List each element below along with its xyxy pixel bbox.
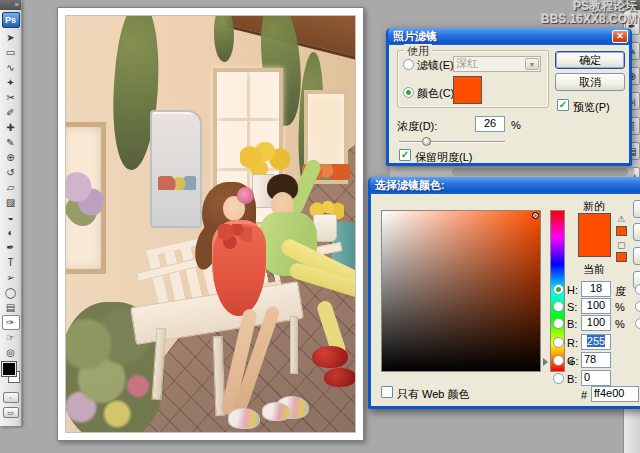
ruler-tool[interactable]: ✐: [2, 105, 20, 120]
green-label: G:: [567, 355, 579, 367]
quick-mask-button[interactable]: ◦: [3, 392, 19, 403]
clone-stamp-tool[interactable]: ⊕: [2, 150, 20, 165]
current-color-label: 当前: [583, 262, 605, 277]
green-radio[interactable]: [553, 355, 564, 366]
ok-button[interactable]: 确定: [555, 51, 625, 69]
foreground-color-swatch[interactable]: [2, 362, 16, 376]
path-selection-tool[interactable]: ➢: [2, 270, 20, 285]
brightness-radio[interactable]: [553, 318, 564, 329]
color-radio[interactable]: [403, 87, 414, 98]
pen-tool[interactable]: ✒: [2, 240, 20, 255]
brush-tool[interactable]: ✎: [2, 135, 20, 150]
density-unit: %: [511, 119, 521, 131]
lab-a-radio[interactable]: [635, 301, 640, 312]
photo-warm-filter-overlay: [66, 16, 355, 432]
color-picker-title: 选择滤镜颜色:: [375, 179, 445, 191]
picker-ok-button[interactable]: [633, 200, 640, 218]
eyedropper-tool[interactable]: ✑: [2, 315, 20, 330]
screen-mode-button[interactable]: ▭: [3, 407, 19, 418]
web-colors-only-checkbox[interactable]: [381, 386, 393, 398]
color-swatches: [1, 362, 21, 388]
blue-input[interactable]: 0: [581, 370, 611, 386]
density-input[interactable]: 26: [475, 116, 505, 132]
saturation-input[interactable]: 100: [581, 298, 611, 314]
saturation-label: S:: [567, 301, 577, 313]
density-slider-track[interactable]: [399, 141, 505, 143]
document-page: [57, 7, 364, 441]
red-label: R:: [567, 337, 578, 349]
red-input[interactable]: 255: [581, 334, 611, 350]
brightness-label: B:: [567, 318, 577, 330]
saturation-brightness-field[interactable]: [381, 210, 541, 372]
hue-label: H:: [567, 284, 578, 296]
marquee-tool[interactable]: ▭: [2, 45, 20, 60]
dodge-tool[interactable]: ◐: [2, 225, 20, 240]
quick-selection-tool[interactable]: ✦: [2, 75, 20, 90]
brightness-input[interactable]: 100: [581, 315, 611, 331]
web-colors-only-label: 只有 Web 颜色: [397, 387, 470, 402]
lab-l-radio[interactable]: [635, 284, 640, 295]
photoshop-logo: Ps: [2, 12, 20, 28]
hex-input[interactable]: ff4e00: [591, 386, 639, 402]
new-color-label: 新的: [583, 199, 605, 214]
filter-radio-label: 滤镜(E):: [417, 58, 457, 73]
shape-tool[interactable]: ◯: [2, 285, 20, 300]
gradient-tool[interactable]: ▨: [2, 195, 20, 210]
red-radio[interactable]: [553, 337, 564, 348]
web-safe-color-swatch[interactable]: [616, 252, 627, 262]
hue-radio[interactable]: [553, 284, 564, 295]
type-tool[interactable]: T: [2, 255, 20, 270]
lab-b-radio[interactable]: [635, 318, 640, 329]
preserve-luminosity-checkbox[interactable]: ✓: [399, 149, 411, 161]
saturation-unit: %: [615, 301, 625, 313]
filter-dropdown: 深红 ▼: [453, 56, 541, 72]
move-tool[interactable]: ➤: [2, 30, 20, 45]
density-slider-thumb[interactable]: [422, 137, 431, 146]
notes-tool[interactable]: ▤: [2, 300, 20, 315]
preserve-luminosity-label: 保留明度(L): [415, 150, 472, 165]
blur-tool[interactable]: ◒: [2, 210, 20, 225]
close-icon[interactable]: ✕: [612, 30, 628, 43]
eraser-tool[interactable]: ▱: [2, 180, 20, 195]
zoom-tool[interactable]: ◎: [2, 345, 20, 360]
picker-cancel-button[interactable]: [633, 223, 640, 241]
palette-collapse-icon[interactable]: »: [0, 0, 21, 10]
healing-brush-tool[interactable]: ✚: [2, 120, 20, 135]
filter-dropdown-value: 深红: [456, 57, 478, 69]
hue-slider-arrow-left[interactable]: [543, 358, 548, 366]
crop-tool[interactable]: ✂: [2, 90, 20, 105]
filter-radio[interactable]: [403, 59, 414, 70]
color-picker-titlebar[interactable]: 选择滤镜颜色:: [370, 177, 640, 194]
history-brush-tool[interactable]: ↺: [2, 165, 20, 180]
filter-color-swatch[interactable]: [453, 76, 482, 104]
photo-filter-titlebar[interactable]: 照片滤镜 ✕: [388, 28, 630, 45]
gamut-color-swatch[interactable]: [616, 226, 627, 236]
brightness-unit: %: [615, 318, 625, 330]
document-canvas[interactable]: [65, 15, 356, 433]
photoshop-workspace: { "colors": { "filter_color": "#ff4e00",…: [0, 0, 640, 453]
preview-label: 预览(P): [573, 100, 610, 115]
photo-filter-title: 照片滤镜: [393, 30, 437, 42]
hand-tool[interactable]: ☞: [2, 330, 20, 345]
hue-input[interactable]: 18: [581, 281, 611, 297]
chevron-down-icon: ▼: [525, 58, 539, 70]
saturation-radio[interactable]: [553, 301, 564, 312]
color-picker-dialog: 选择滤镜颜色: 新的 当前 ⚠ ▢ H: 18 度 S: 100 % B: 10…: [368, 177, 640, 409]
gamut-warning-icon[interactable]: ⚠: [617, 214, 625, 224]
hex-label: #: [581, 389, 587, 401]
blue-label: B:: [567, 373, 577, 385]
web-safe-icon[interactable]: ▢: [617, 240, 626, 250]
tools-palette: » Ps ➤ ▭ ∿ ✦ ✂ ✐ ✚ ✎ ⊕ ↺ ▱ ▨ ◒ ◐ ✒ T ➢ ◯…: [0, 0, 22, 426]
cancel-button[interactable]: 取消: [555, 73, 625, 91]
new-current-color-swatch: [578, 213, 611, 257]
density-label: 浓度(D):: [397, 119, 437, 134]
scrollbar-thumb: [452, 168, 628, 176]
color-radio-label: 颜色(C):: [417, 86, 457, 101]
preview-checkbox[interactable]: ✓: [557, 99, 569, 111]
blue-radio[interactable]: [553, 373, 564, 384]
red-value-selected: 255: [587, 335, 605, 347]
green-input[interactable]: 78: [581, 352, 611, 368]
lasso-tool[interactable]: ∿: [2, 60, 20, 75]
picker-custom-button[interactable]: [633, 247, 640, 265]
use-group-label: 使用: [404, 44, 432, 59]
